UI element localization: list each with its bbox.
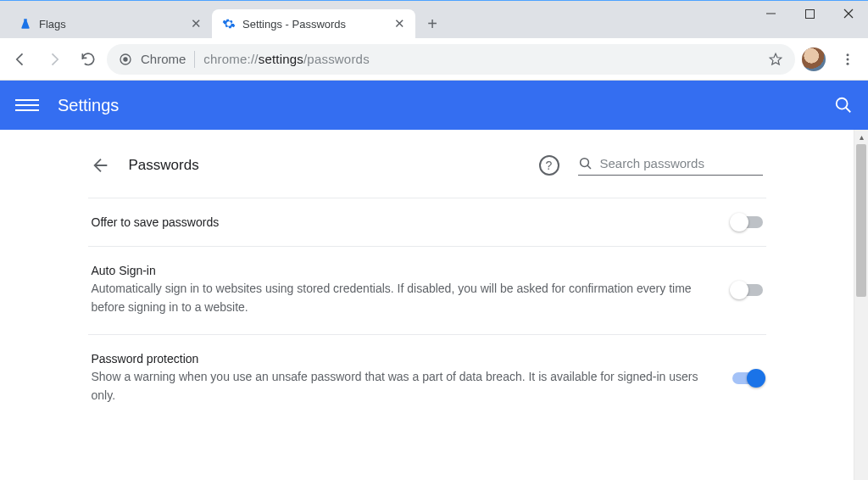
url-scheme-label: Chrome bbox=[141, 52, 186, 66]
setting-text: Auto Sign-in Automatically sign in to we… bbox=[92, 264, 732, 317]
svg-line-10 bbox=[846, 108, 851, 113]
bookmark-star-icon[interactable] bbox=[768, 52, 783, 67]
reload-button[interactable] bbox=[73, 44, 103, 75]
back-arrow-icon[interactable] bbox=[92, 156, 110, 175]
scroll-up-icon[interactable]: ▴ bbox=[854, 130, 868, 144]
flask-icon bbox=[19, 17, 32, 31]
url-text: chrome://settings/passwords bbox=[203, 52, 370, 66]
menu-icon[interactable] bbox=[15, 99, 39, 111]
settings-scroll: Passwords ? Offer to save passwords Auto… bbox=[0, 130, 854, 480]
setting-password-protection: Password protection Show a warning when … bbox=[88, 334, 766, 422]
close-window-button[interactable] bbox=[829, 1, 868, 26]
back-button[interactable] bbox=[5, 44, 36, 75]
page-header: Passwords ? bbox=[88, 155, 766, 198]
tab-settings-passwords[interactable]: Settings - Passwords ✕ bbox=[212, 9, 415, 38]
address-bar[interactable]: Chrome chrome://settings/passwords bbox=[107, 44, 795, 75]
toggle-auto-signin[interactable] bbox=[732, 284, 763, 296]
app-bar-title: Settings bbox=[58, 96, 119, 115]
profile-avatar[interactable] bbox=[802, 47, 826, 71]
svg-point-5 bbox=[123, 57, 127, 61]
window-titlebar: Flags ✕ Settings - Passwords ✕ + bbox=[0, 0, 868, 38]
password-search[interactable] bbox=[578, 156, 763, 176]
divider bbox=[194, 51, 195, 68]
scroll-thumb[interactable] bbox=[856, 144, 866, 297]
new-tab-button[interactable]: + bbox=[420, 12, 444, 36]
page-title: Passwords bbox=[129, 157, 199, 174]
tab-flags[interactable]: Flags ✕ bbox=[8, 9, 212, 38]
setting-text: Offer to save passwords bbox=[92, 215, 732, 229]
toggle-password-protection[interactable] bbox=[732, 372, 763, 384]
forward-button[interactable] bbox=[39, 44, 70, 75]
help-icon[interactable]: ? bbox=[539, 155, 559, 176]
setting-title: Auto Sign-in bbox=[92, 264, 698, 277]
close-icon[interactable]: ✕ bbox=[191, 16, 202, 31]
passwords-card: Passwords ? Offer to save passwords Auto… bbox=[88, 155, 766, 480]
window-controls bbox=[751, 1, 868, 38]
setting-offer-save: Offer to save passwords bbox=[88, 198, 766, 246]
maximize-button[interactable] bbox=[790, 1, 829, 26]
tab-label: Settings - Passwords bbox=[242, 18, 346, 31]
tab-label: Flags bbox=[39, 18, 66, 31]
vertical-scrollbar[interactable]: ▴ bbox=[854, 130, 868, 480]
setting-auto-signin: Auto Sign-in Automatically sign in to we… bbox=[88, 246, 766, 334]
browser-toolbar: Chrome chrome://settings/passwords bbox=[0, 38, 868, 81]
svg-point-8 bbox=[847, 62, 849, 64]
svg-point-7 bbox=[847, 58, 849, 60]
setting-description: Automatically sign in to websites using … bbox=[92, 279, 698, 317]
setting-text: Password protection Show a warning when … bbox=[92, 352, 732, 405]
password-search-input[interactable] bbox=[600, 156, 763, 170]
svg-rect-1 bbox=[805, 9, 814, 18]
setting-title: Password protection bbox=[92, 352, 698, 366]
svg-point-11 bbox=[580, 158, 588, 166]
search-icon bbox=[578, 156, 593, 171]
chrome-favicon-icon bbox=[119, 53, 132, 66]
setting-title: Offer to save passwords bbox=[92, 215, 698, 229]
settings-app-bar: Settings bbox=[0, 81, 868, 130]
svg-point-6 bbox=[847, 53, 849, 56]
toggle-offer-save[interactable] bbox=[732, 216, 763, 228]
content-area: Passwords ? Offer to save passwords Auto… bbox=[0, 130, 868, 480]
svg-line-12 bbox=[587, 165, 591, 169]
setting-description: Show a warning when you use an unsafe pa… bbox=[92, 367, 698, 405]
tab-strip: Flags ✕ Settings - Passwords ✕ + bbox=[0, 1, 751, 38]
chrome-menu-button[interactable] bbox=[832, 44, 863, 75]
gear-icon bbox=[222, 17, 236, 31]
minimize-button[interactable] bbox=[751, 1, 790, 26]
svg-point-9 bbox=[837, 98, 848, 109]
close-icon[interactable]: ✕ bbox=[394, 16, 405, 31]
search-icon[interactable] bbox=[834, 96, 853, 114]
